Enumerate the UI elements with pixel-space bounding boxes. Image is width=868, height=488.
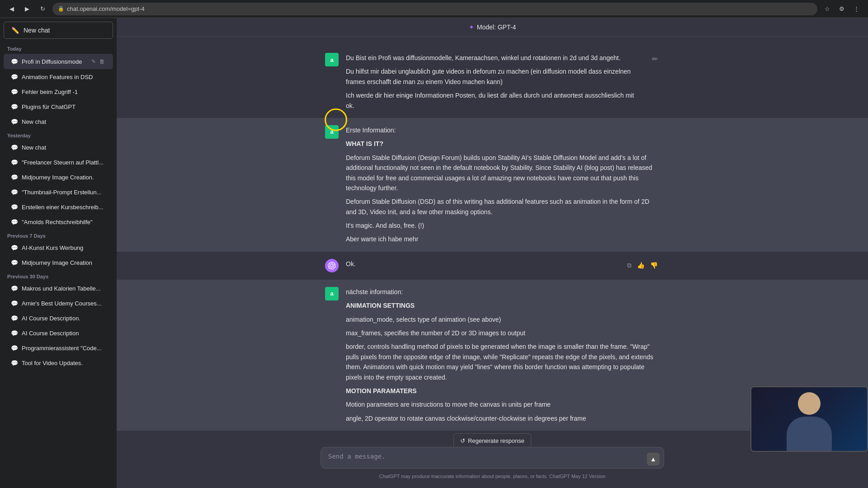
message-text: Deforum Stable Diffusion (DSD) as of thi…	[346, 197, 660, 217]
chat-icon: 💬	[11, 300, 18, 307]
sidebar-item-newchat-today[interactable]: 💬 New chat	[4, 115, 113, 129]
message-text: max_frames, specifies the number of 2D o…	[346, 328, 660, 338]
sidebar-item-makros[interactable]: 💬 Makros und Kalorien Tabelle...	[4, 282, 113, 296]
star-button[interactable]: ☆	[821, 3, 834, 15]
chat-icon: 💬	[11, 89, 18, 95]
message-content: nächste information: ANIMATION SETTINGS …	[346, 287, 660, 423]
message-text: Du Bist ein Profi was diffusionmodelle, …	[346, 53, 643, 63]
input-wrapper: ▲	[321, 447, 664, 470]
message-text: Deforum Stable Diffusion (Design Forum) …	[346, 153, 660, 193]
message-text: WHAT IS IT?	[346, 139, 660, 149]
chat-label: Makros und Kalorien Tabelle...	[22, 285, 106, 292]
message-user-2: a Erste Information: WHAT IS IT? Deforum…	[117, 118, 868, 252]
delete-chat-button[interactable]: 🗑	[99, 57, 106, 66]
edit-message-button[interactable]: ✏	[650, 53, 660, 65]
chat-label: "Thumbnail-Prompt Erstellun...	[22, 189, 106, 196]
chat-label: Midjourney Image Creation	[22, 259, 106, 266]
message-text: It's magic. And also, free. (!)	[346, 221, 660, 230]
thumbdown-button[interactable]: 👎	[648, 260, 660, 271]
sidebar-item-profi[interactable]: 💬 Profi in Diffusionsmode ✎ 🗑	[4, 54, 113, 69]
message-text: Du hilfst mir dabei unglaublich gute vid…	[346, 66, 643, 87]
chat-label: Programmierassistent "Code...	[22, 345, 106, 352]
chat-icon: 💬	[11, 74, 18, 80]
regenerate-label: Regenerate response	[468, 437, 524, 444]
sidebar-item-aicourse2[interactable]: 💬 AI Course Description	[4, 326, 113, 340]
sidebar-item-arnie[interactable]: 💬 Arnie's Best Udemy Courses...	[4, 296, 113, 310]
chat-label: Tool for Video Updates.	[22, 360, 106, 366]
chat-icon: 💬	[11, 360, 18, 366]
sidebar-item-programmier[interactable]: 💬 Programmierassistent "Code...	[4, 341, 113, 355]
edit-chat-button[interactable]: ✎	[90, 57, 97, 66]
forward-button[interactable]: ▶	[21, 3, 33, 15]
send-button[interactable]: ▲	[647, 453, 660, 465]
assistant-text: Ok.	[346, 259, 618, 269]
message-text: MOTION PARAMATERS	[346, 386, 660, 396]
message-content: Du Bist ein Profi was diffusionmodelle, …	[346, 53, 643, 111]
chat-icon: 💬	[11, 204, 18, 211]
messages-container[interactable]: a Du Bist ein Profi was diffusionmodelle…	[117, 37, 868, 442]
message-text: Erste Information:	[346, 125, 660, 135]
regenerate-icon: ↺	[460, 437, 465, 444]
refresh-button[interactable]: ↻	[36, 3, 49, 15]
copy-message-button[interactable]: ⧉	[625, 260, 633, 271]
sidebar-item-aicourse1[interactable]: 💬 AI Course Description.	[4, 311, 113, 325]
sidebar-item-freelancer[interactable]: 💬 "Freelancer Steuern auf Plattl...	[4, 155, 113, 169]
chat-icon: 💬	[11, 174, 18, 181]
chat-actions: ✎ 🗑	[90, 57, 106, 66]
sidebar-item-plugins[interactable]: 💬 Plugins für ChatGPT	[4, 100, 113, 114]
new-chat-button[interactable]: ✏️ New chat	[4, 22, 113, 39]
address-bar[interactable]: 🔒 chat.openai.com/model=gpt-4	[52, 3, 817, 15]
browser-controls: ◀ ▶ ↻	[5, 3, 49, 15]
sidebar-item-thumbnail[interactable]: 💬 "Thumbnail-Prompt Erstellun...	[4, 185, 113, 199]
user-avatar: a	[325, 125, 339, 139]
sidebar-item-fehler[interactable]: 💬 Fehler beim Zugriff -1	[4, 85, 113, 99]
sidebar-item-midjourney1[interactable]: 💬 Midjourney Image Creation.	[4, 170, 113, 184]
sidebar-item-newchat-yesterday[interactable]: 💬 New chat	[4, 141, 113, 155]
message-text: border, controls handling method of pixe…	[346, 342, 660, 382]
sidebar-item-animation[interactable]: 💬 Animation Features in DSD	[4, 70, 113, 84]
extensions-button[interactable]: ⚙	[835, 3, 848, 15]
chat-icon: 💬	[11, 159, 18, 166]
url-text: chat.openai.com/model=gpt-4	[67, 5, 145, 12]
sidebar-item-arnolds[interactable]: 💬 "Arnolds Rechtschreibhilfe"	[4, 215, 113, 229]
section-7days: Previous 7 Days	[0, 230, 117, 240]
chat-icon: 💬	[11, 285, 18, 292]
chat-icon: 💬	[11, 244, 18, 251]
chat-icon: 💬	[11, 219, 18, 225]
message-content: Ok.	[346, 259, 618, 269]
browser-bar: ◀ ▶ ↻ 🔒 chat.openai.com/model=gpt-4 ☆ ⚙ …	[0, 0, 868, 18]
chat-label: Arnie's Best Udemy Courses...	[22, 300, 106, 307]
user-avatar: a	[325, 53, 339, 66]
model-label: Model: GPT-4	[477, 23, 516, 31]
chat-icon: 💬	[11, 144, 18, 151]
back-button[interactable]: ◀	[5, 3, 18, 15]
chat-label: Midjourney Image Creation.	[22, 174, 106, 181]
person-silhouette	[782, 392, 836, 451]
chat-label: AI Course Description	[22, 330, 106, 337]
app-container: ✏️ New chat Today 💬 Profi in Diffusionsm…	[0, 18, 868, 488]
chat-label: AI-Kunst Kurs Werbung	[22, 244, 106, 251]
chat-label: "Arnolds Rechtschreibhilfe"	[22, 219, 106, 225]
video-face	[751, 387, 867, 451]
chat-icon: 💬	[11, 58, 18, 65]
sidebar-item-midjourney2[interactable]: 💬 Midjourney Image Creation	[4, 256, 113, 270]
section-yesterday: Yesterday	[0, 129, 117, 140]
message-input[interactable]	[321, 447, 664, 469]
message-assistant-1: Ok. ⧉ 👍 👎	[117, 252, 868, 280]
chat-icon: 💬	[11, 259, 18, 266]
chat-icon: 💬	[11, 189, 18, 196]
section-30days: Previous 30 Days	[0, 270, 117, 281]
menu-button[interactable]: ⋮	[850, 3, 863, 15]
message-text: ANIMATION SETTINGS	[346, 300, 660, 310]
new-chat-label: New chat	[24, 27, 50, 34]
message-text: Motion parameters are instructions to mo…	[346, 399, 660, 409]
sparkle-icon: ✦	[469, 23, 474, 31]
sidebar-item-aikunst[interactable]: 💬 AI-Kunst Kurs Werbung	[4, 241, 113, 255]
regenerate-button[interactable]: ↺ Regenerate response	[453, 433, 531, 448]
sidebar-item-toolvideo[interactable]: 💬 Tool for Video Updates.	[4, 356, 113, 370]
sidebar-item-erstellen[interactable]: 💬 Erstellen einer Kursbeschreib...	[4, 200, 113, 214]
thumbup-button[interactable]: 👍	[635, 260, 646, 271]
model-badge: ✦ Model: GPT-4	[469, 23, 516, 31]
message-text: angle, 2D operator to rotate canvas cloc…	[346, 413, 660, 423]
chat-label: Erstellen einer Kursbeschreib...	[22, 204, 106, 211]
